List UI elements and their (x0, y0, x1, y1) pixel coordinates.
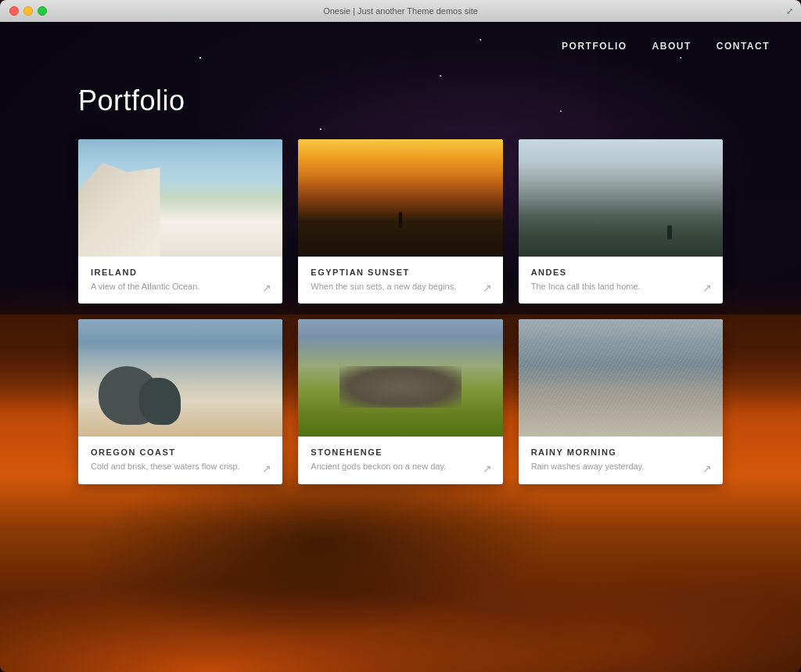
external-link-icon-ireland[interactable]: ↗ (262, 282, 271, 294)
nav-item-portfolio[interactable]: PORTFOLIO (562, 38, 627, 52)
card-image-ireland (78, 139, 282, 257)
nav-link-portfolio[interactable]: PORTFOLIO (562, 41, 627, 52)
card-body-stonehenge: STONEHENGE Ancient gods beckon on a new … (298, 437, 502, 483)
external-link-icon-andes[interactable]: ↗ (702, 282, 712, 294)
card-rainy-morning[interactable]: RAINY MORNING Rain washes away yesterday… (519, 319, 723, 483)
window: Onesie | Just another Theme demos site ⤢… (0, 0, 801, 672)
card-desc-oregon: Cold and brisk, these waters flow crisp. (91, 461, 270, 473)
portfolio-section: Portfolio IRELAND A view of the Atlantic… (0, 84, 801, 484)
card-body-ireland: IRELAND A view of the Atlantic Ocean. ↗ (78, 257, 282, 304)
external-link-icon-stonehenge[interactable]: ↗ (483, 462, 492, 475)
card-image-stonehenge (298, 319, 502, 437)
card-body-rainy: RAINY MORNING Rain washes away yesterday… (519, 437, 723, 483)
expand-icon[interactable]: ⤢ (786, 6, 793, 16)
title-bar: Onesie | Just another Theme demos site ⤢ (0, 0, 801, 22)
card-desc-ireland: A view of the Atlantic Ocean. (91, 281, 270, 293)
nav-item-contact[interactable]: CONTACT (717, 38, 770, 52)
external-link-icon-egypt[interactable]: ↗ (483, 282, 492, 294)
card-desc-egypt: When the sun sets, a new day begins. (311, 281, 490, 293)
card-title-rainy: RAINY MORNING (531, 447, 710, 457)
external-link-icon-oregon[interactable]: ↗ (262, 462, 271, 475)
card-desc-stonehenge: Ancient gods beckon on a new day. (311, 461, 490, 473)
card-title-andes: ANDES (531, 268, 710, 277)
minimize-button[interactable] (23, 6, 33, 16)
card-title-stonehenge: STONEHENGE (311, 447, 490, 457)
nav-link-contact[interactable]: CONTACT (717, 41, 770, 52)
nav-link-about[interactable]: ABOUT (652, 41, 691, 52)
card-egyptian-sunset[interactable]: EGYPTIAN SUNSET When the sun sets, a new… (298, 139, 502, 304)
portfolio-title: Portfolio (78, 84, 723, 117)
window-title: Onesie | Just another Theme demos site (323, 6, 478, 16)
card-title-oregon: OREGON COAST (91, 447, 270, 457)
card-oregon-coast[interactable]: OREGON COAST Cold and brisk, these water… (78, 319, 282, 483)
card-ireland[interactable]: IRELAND A view of the Atlantic Ocean. ↗ (78, 139, 282, 304)
card-image-andes (519, 139, 723, 257)
card-body-andes: ANDES The Inca call this land home. ↗ (519, 257, 723, 304)
card-image-egypt (298, 139, 502, 257)
close-button[interactable] (9, 6, 19, 16)
card-image-rainy (519, 319, 723, 437)
external-link-icon-rainy[interactable]: ↗ (702, 462, 712, 475)
card-image-oregon (78, 319, 282, 437)
portfolio-grid: IRELAND A view of the Atlantic Ocean. ↗ … (78, 139, 723, 484)
card-title-ireland: IRELAND (91, 268, 270, 277)
nav-item-about[interactable]: ABOUT (652, 38, 691, 52)
card-desc-rainy: Rain washes away yesterday. (531, 461, 710, 473)
card-stonehenge[interactable]: STONEHENGE Ancient gods beckon on a new … (298, 319, 502, 483)
card-body-oregon: OREGON COAST Cold and brisk, these water… (78, 437, 282, 483)
main-content: PORTFOLIO ABOUT CONTACT Portfolio IRELAN… (0, 22, 801, 672)
maximize-button[interactable] (38, 6, 47, 16)
card-body-egypt: EGYPTIAN SUNSET When the sun sets, a new… (298, 257, 502, 304)
card-andes[interactable]: ANDES The Inca call this land home. ↗ (519, 139, 723, 304)
card-title-egypt: EGYPTIAN SUNSET (311, 268, 490, 277)
navigation: PORTFOLIO ABOUT CONTACT (0, 22, 801, 69)
traffic-lights (9, 6, 47, 16)
card-desc-andes: The Inca call this land home. (531, 281, 710, 293)
